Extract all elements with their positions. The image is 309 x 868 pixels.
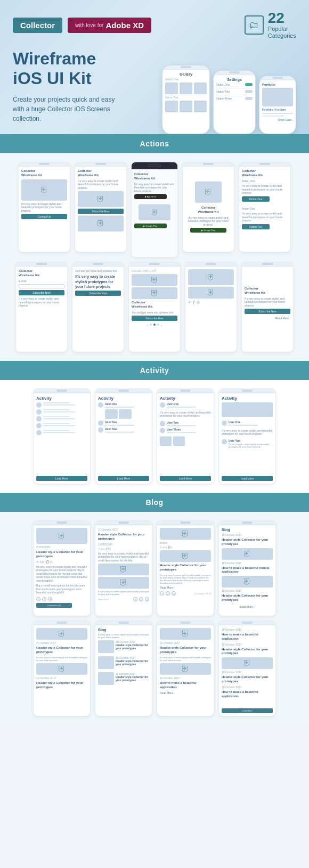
blog-image: ⛨ <box>98 564 149 575</box>
instagram-icon[interactable]: ◎ <box>172 591 176 596</box>
button-one[interactable]: Button One <box>242 196 270 202</box>
categories-label: PopularCategories <box>268 26 296 39</box>
blog-title4: How to make a beautiful application <box>222 690 273 699</box>
twitter-icon[interactable]: ✓ <box>160 591 164 596</box>
blog-title: Header style Collector for your prototyp… <box>36 550 87 559</box>
subscribe-btn[interactable]: Subscribe Now <box>19 290 64 295</box>
blog-title2: Header style Collector for your prototyp… <box>36 681 87 690</box>
facebook-icon[interactable]: ƒ <box>139 597 143 601</box>
activity-item: User One <box>222 420 273 426</box>
twitter-icon[interactable]: ✓ <box>36 597 40 601</box>
date-label: 10 October 2017 <box>36 641 87 644</box>
facebook-icon[interactable]: ƒ <box>166 591 170 596</box>
blog-title: How to make a beautiful application <box>222 633 273 641</box>
playstore-btn[interactable]: ▶ Google Play <box>190 228 227 233</box>
blog-row: 10 October 2017 Header style Collector f… <box>98 640 149 653</box>
blog-image2: ⛨ <box>222 576 273 588</box>
blog-screen-3: ⛨ Button 👁 160 💬 9 ⛨ Header style Collec… <box>157 520 214 616</box>
load-more-btn[interactable]: Load More <box>222 708 273 713</box>
blog-title: Header style Collector for your prototyp… <box>98 533 149 541</box>
activity-item: User Two <box>98 420 149 426</box>
blog-thumb3 <box>98 672 114 685</box>
activity-item <box>36 430 87 435</box>
blog-image2: ⛨ <box>36 663 87 675</box>
activity-grid: Activity <box>6 388 303 484</box>
comments-btn[interactable]: Comments (2) <box>36 603 72 608</box>
twitter-icon[interactable]: ✓ <box>133 597 137 601</box>
screen-card: ⛨ CollectorWireframe Kit It's very easy … <box>182 162 234 252</box>
blog-image: ⛨ <box>222 657 273 669</box>
phone-gallery: Gallery Album One Album Two <box>162 65 210 134</box>
categories-text: 22 PopularCategories <box>268 11 296 39</box>
activity-title: Activity <box>160 396 211 401</box>
blog-desc2: Big or small descriptions for the title … <box>36 584 87 594</box>
blog-screen-4: Blog 10 October 2017 Header style Collec… <box>218 520 276 616</box>
blog-desc: It's very easy to create stylish and bea… <box>160 656 211 662</box>
load-more-btn[interactable]: Load More <box>160 476 211 481</box>
subscribe-btn[interactable]: Subscribe Now <box>75 291 121 296</box>
date-label: 10 October 2017 <box>222 533 273 536</box>
subscribe-btn[interactable]: Subscribe Now <box>78 209 124 214</box>
screen-image: ⛨ <box>132 274 177 286</box>
facebook-icon[interactable]: ƒ <box>42 597 46 601</box>
screen-title: CollectorWireframe Kit <box>245 287 290 295</box>
load-more-btn[interactable]: Load More <box>222 476 273 481</box>
load-more-btn[interactable]: Load More <box>36 476 87 481</box>
categories-icon: 🗂 <box>245 15 264 35</box>
collector-badge: Collector <box>13 18 62 33</box>
date-label3: 10 October 2017 <box>222 589 273 592</box>
blog-title2: Header style Collector for your prototyp… <box>222 648 273 656</box>
blog-desc: It's very easy to create stylish and bea… <box>160 574 211 585</box>
activity-item: User One <box>160 402 211 408</box>
contact-btn[interactable]: Contact Us <box>21 214 67 219</box>
playstore-btn[interactable]: ▶ Google Play <box>134 224 167 228</box>
phone-portfolio: Portfolio Portfolio First Item Show Case… <box>259 76 296 134</box>
appstore-btn[interactable]: ▶ App Store <box>134 194 167 199</box>
activity-item: User Two It's very easy to create stylis… <box>222 439 273 448</box>
activity-item: User One <box>98 402 149 419</box>
blog-title3: Header style Collector for your prototyp… <box>222 594 273 602</box>
email-input[interactable] <box>19 284 64 288</box>
actions-grid: CollectorWireframe Kit ⛨ It's very easy … <box>6 162 303 352</box>
blog-title: Header style Collector for your prototyp… <box>160 564 211 572</box>
blog-image: ⛨ <box>36 528 87 544</box>
screen-image: ⛨ <box>195 181 222 203</box>
read-more[interactable]: Read More › <box>245 317 290 320</box>
activity-item <box>36 402 87 408</box>
blog-section: ⛨ CATEGORY Header style Collector for yo… <box>0 512 309 725</box>
screen-desc: Join and get news and updates first <box>75 269 121 273</box>
adobe-xd-text: Adobe XD <box>105 21 144 30</box>
screen-title: CollectorWireframe Kit <box>134 172 175 181</box>
activity-screen-2: Activity User One User Tw <box>95 388 152 484</box>
instagram-icon[interactable]: ◎ <box>48 597 52 601</box>
action-one-desc: It's very easy to create stylish and bea… <box>242 184 288 195</box>
activity-item <box>36 423 87 428</box>
blog-title2: How to make a beautiful mobile applicati… <box>222 566 273 575</box>
read-more[interactable]: Read More › <box>160 586 211 589</box>
blog-desc: It's very easy to create stylish and bea… <box>98 552 149 563</box>
button-two[interactable]: Button Two <box>242 224 270 229</box>
blog-title: Header style Collector for your prototyp… <box>222 538 273 547</box>
screen-image: ⛨ <box>188 269 234 285</box>
blog-row: 10 October 2017 Header style Collector f… <box>98 656 149 669</box>
blog-title3: Header style Collector for your prototyp… <box>222 675 273 684</box>
subscribe-btn[interactable]: Subscribe Now <box>245 309 290 314</box>
read-more[interactable]: Read More › <box>160 691 211 695</box>
load-more[interactable]: Load More › <box>222 605 273 608</box>
load-more-btn[interactable]: Load More <box>98 476 149 481</box>
blog-desc2: It's very easy to create stylish and bea… <box>98 590 149 596</box>
screen-title: CollectorWireframe Kit <box>132 301 177 309</box>
screen-title: CollectorWireframe Kit <box>198 206 219 214</box>
screen-title: CollectorWireframe Kit <box>78 169 124 178</box>
instagram-icon[interactable]: ◎ <box>145 597 149 601</box>
screen-title: CollectorWireframe Kit <box>21 169 67 178</box>
activity-item <box>36 409 87 415</box>
blog-row: 10 October 2017 Header style Collector f… <box>98 672 149 685</box>
blog-desc: It's very easy to create stylish and bea… <box>36 565 87 583</box>
gallery-title: Gallery <box>165 72 207 76</box>
blog-screen-6: Blog It's very easy to create stylish an… <box>95 621 152 716</box>
subscribe-btn[interactable]: Subscribe Now <box>132 316 177 321</box>
page-title: WireframeiOS UI Kit <box>13 49 162 88</box>
date-label2: 10 October 2017 <box>222 643 273 646</box>
blog-thumb <box>98 640 114 653</box>
